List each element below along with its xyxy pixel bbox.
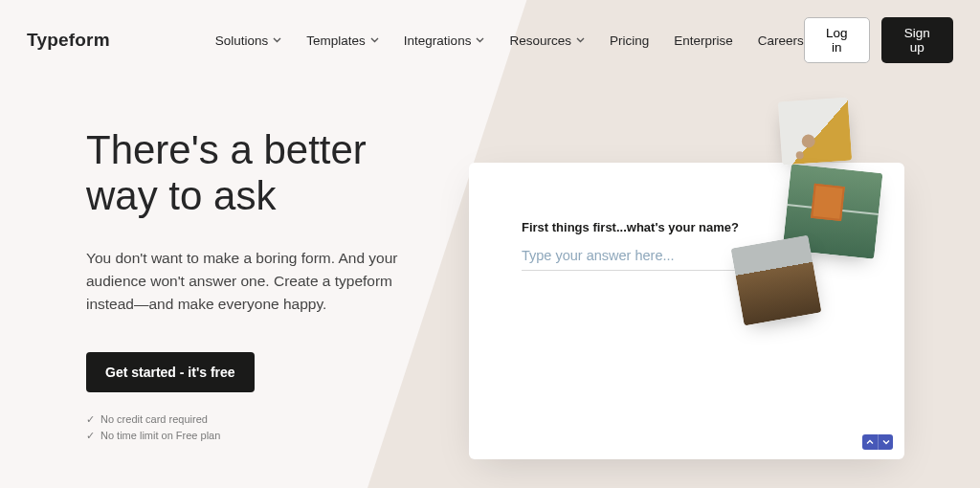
chevron-down-icon — [273, 37, 281, 43]
chevron-up-icon — [866, 438, 874, 446]
nav-careers[interactable]: Careers — [758, 33, 804, 48]
chevron-down-icon — [370, 37, 379, 43]
signup-button[interactable]: Sign up — [881, 17, 953, 63]
nav-templates[interactable]: Templates — [306, 33, 379, 48]
decorative-tile-coffee — [778, 98, 852, 166]
nav-label: Careers — [758, 33, 804, 48]
site-header: Typeform Solutions Templates Integration… — [0, 0, 980, 75]
check-icon: ✓ — [86, 413, 95, 425]
hero-title-line1: There's a better — [86, 127, 367, 172]
hero-title: There's a better way to ask — [86, 127, 450, 220]
brand-logo[interactable]: Typeform — [27, 30, 110, 51]
hero-title-line2: way to ask — [86, 173, 276, 218]
nav-enterprise[interactable]: Enterprise — [674, 33, 733, 48]
chevron-down-icon — [576, 37, 585, 43]
hero-bullet-text: No credit card required — [100, 413, 208, 425]
hero-subtitle: You don't want to make a boring form. An… — [86, 247, 431, 316]
nav-solutions[interactable]: Solutions — [215, 33, 282, 48]
hero-bullets: ✓No credit card required ✓No time limit … — [86, 411, 450, 445]
nav-integrations[interactable]: Integrations — [404, 33, 485, 48]
form-nav — [862, 434, 893, 450]
check-icon: ✓ — [86, 430, 95, 441]
chevron-down-icon — [476, 37, 484, 43]
get-started-button[interactable]: Get started - it's free — [86, 352, 255, 392]
next-question-button[interactable] — [878, 434, 893, 450]
nav-label: Templates — [306, 33, 366, 48]
decorative-tile-reef — [731, 235, 822, 326]
nav-label: Integrations — [404, 33, 472, 48]
nav-label: Pricing — [610, 33, 649, 48]
chevron-down-icon — [882, 438, 890, 446]
nav-resources[interactable]: Resources — [509, 33, 585, 48]
primary-nav: Solutions Templates Integrations Resourc… — [215, 33, 804, 48]
nav-label: Enterprise — [674, 33, 733, 48]
hero-bullet-1: ✓No credit card required — [86, 411, 450, 429]
auth-buttons: Log in Sign up — [804, 17, 953, 63]
nav-label: Resources — [509, 33, 571, 48]
nav-pricing[interactable]: Pricing — [610, 33, 649, 48]
nav-label: Solutions — [215, 33, 269, 48]
hero-copy: There's a better way to ask You don't wa… — [86, 127, 450, 445]
hero-bullet-text: No time limit on Free plan — [100, 430, 220, 441]
login-button[interactable]: Log in — [804, 17, 870, 63]
prev-question-button[interactable] — [862, 434, 878, 450]
hero-bullet-2: ✓No time limit on Free plan — [86, 428, 450, 445]
